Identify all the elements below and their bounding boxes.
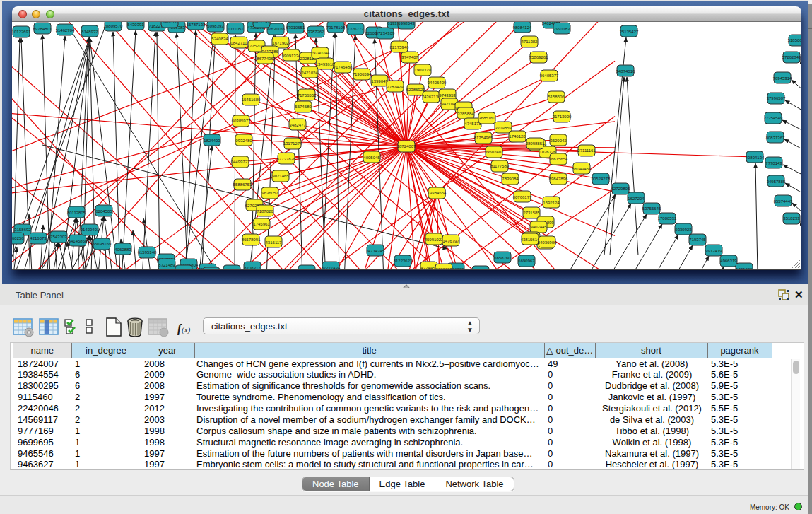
svg-text:67010651: 67010651 (286, 25, 305, 30)
svg-text:1745961: 1745961 (253, 222, 270, 226)
svg-text:8148932: 8148932 (81, 30, 98, 34)
svg-text:79740344: 79740344 (311, 51, 330, 55)
svg-text:5009788: 5009788 (161, 22, 178, 24)
svg-text:94406409: 94406409 (428, 81, 447, 85)
svg-text:1592124: 1592124 (543, 201, 560, 205)
svg-text:00524278: 00524278 (592, 177, 611, 181)
svg-text:60385977: 60385977 (232, 119, 251, 123)
svg-text:87277434: 87277434 (322, 266, 341, 270)
svg-text:81223623: 81223623 (394, 259, 413, 263)
svg-text:80112805: 80112805 (67, 211, 86, 215)
svg-text:18724007: 18724007 (397, 144, 416, 148)
svg-text:5430391: 5430391 (127, 23, 144, 27)
svg-text:99091334: 99091334 (282, 54, 301, 58)
svg-text:73178108: 73178108 (326, 25, 346, 30)
svg-text:1969379: 1969379 (414, 68, 431, 72)
svg-text:55886753: 55886753 (233, 182, 252, 187)
svg-text:2731585: 2731585 (523, 211, 540, 215)
svg-text:0932480: 0932480 (235, 139, 252, 143)
svg-text:82175946: 82175946 (390, 45, 409, 49)
svg-text:15451680: 15451680 (242, 98, 261, 102)
svg-text:1399049: 1399049 (371, 79, 388, 83)
svg-text:6690967: 6690967 (518, 259, 535, 263)
svg-text:4216073: 4216073 (30, 236, 47, 240)
svg-text:37996507: 37996507 (767, 96, 786, 100)
svg-text:6204505: 6204505 (95, 209, 112, 214)
svg-text:8677496: 8677496 (257, 57, 273, 61)
svg-text:7991183: 7991183 (554, 27, 571, 31)
svg-text:56049451: 56049451 (572, 167, 592, 171)
svg-text:4966319: 4966319 (720, 259, 737, 263)
svg-text:34714345: 34714345 (366, 249, 385, 253)
svg-text:10122691: 10122691 (12, 30, 31, 34)
svg-text:01429401: 01429401 (81, 228, 100, 232)
svg-text:6658760: 6658760 (494, 256, 511, 260)
svg-text:81177589: 81177589 (490, 164, 510, 168)
svg-text:65787133: 65787133 (187, 23, 206, 27)
svg-text:61595148: 61595148 (138, 250, 157, 255)
svg-text:13433200: 13433200 (175, 269, 194, 270)
svg-text:81754965: 81754965 (474, 136, 493, 140)
svg-text:5158506: 5158506 (548, 95, 565, 99)
svg-text:4060883: 4060883 (114, 247, 131, 252)
svg-text:71756551: 71756551 (298, 93, 317, 98)
svg-text:3387262: 3387262 (307, 30, 324, 34)
svg-text:17080531: 17080531 (658, 216, 677, 221)
svg-text:(x): (x) (182, 325, 191, 334)
svg-text:62386922: 62386922 (406, 88, 425, 92)
svg-text:9912419: 9912419 (705, 249, 722, 253)
svg-text:51462704: 51462704 (56, 28, 75, 33)
svg-text:27354549: 27354549 (764, 116, 783, 120)
svg-text:0842710: 0842710 (230, 41, 247, 45)
svg-text:7193745: 7193745 (689, 238, 706, 242)
svg-text:1326773: 1326773 (347, 27, 364, 31)
svg-text:76615654: 76615654 (549, 157, 568, 161)
svg-text:5674680: 5674680 (295, 105, 312, 109)
svg-text:4316117: 4316117 (266, 240, 283, 245)
svg-text:9402445: 9402445 (530, 225, 547, 229)
svg-text:53755646: 53755646 (642, 206, 661, 211)
svg-text:4711382: 4711382 (522, 40, 539, 44)
svg-text:96405377: 96405377 (540, 74, 559, 78)
svg-text:69784801: 69784801 (33, 27, 52, 31)
svg-text:5098393: 5098393 (207, 24, 224, 28)
svg-text:1671902: 1671902 (272, 41, 289, 45)
svg-text:31713900: 31713900 (553, 115, 572, 119)
svg-text:7770143: 7770143 (765, 161, 782, 165)
svg-text:3482477: 3482477 (289, 123, 306, 127)
svg-text:00766177: 00766177 (513, 195, 532, 199)
svg-text:34874016: 34874016 (616, 69, 635, 74)
svg-text:87234309: 87234309 (376, 31, 395, 35)
svg-text:3747407: 3747407 (401, 55, 418, 59)
svg-text:2260256: 2260256 (12, 236, 24, 240)
svg-text:7187026: 7187026 (257, 209, 273, 214)
svg-text:76320163: 76320163 (223, 269, 242, 270)
svg-text:84036900: 84036900 (538, 240, 557, 245)
svg-text:69847896: 69847896 (549, 177, 568, 181)
svg-text:7543303: 7543303 (50, 235, 67, 239)
svg-text:98084124: 98084124 (513, 25, 532, 30)
svg-text:9743953: 9743953 (439, 93, 456, 98)
svg-text:54145868: 54145868 (69, 239, 88, 243)
svg-text:13171274: 13171274 (283, 141, 302, 146)
svg-text:3518233: 3518233 (783, 216, 800, 221)
svg-text:28809570: 28809570 (104, 24, 123, 28)
svg-text:25135427: 25135427 (620, 30, 639, 34)
svg-text:34957885: 34957885 (767, 180, 786, 184)
svg-text:3709859: 3709859 (495, 126, 512, 130)
svg-text:9636057: 9636057 (261, 191, 278, 195)
svg-text:45991022: 45991022 (425, 238, 444, 242)
svg-text:85574443: 85574443 (774, 199, 793, 204)
svg-text:62729806: 62729806 (611, 187, 630, 191)
svg-text:51850671: 51850671 (788, 38, 801, 42)
svg-text:49894134: 49894134 (746, 156, 765, 160)
svg-text:1476797: 1476797 (442, 239, 459, 243)
svg-text:28098851: 28098851 (526, 141, 545, 146)
svg-text:04499727: 04499727 (231, 160, 250, 164)
svg-text:6998543: 6998543 (398, 22, 415, 25)
svg-text:55698169: 55698169 (93, 242, 112, 246)
svg-text:39502402: 39502402 (485, 150, 504, 154)
svg-text:0330923: 0330923 (675, 228, 692, 232)
svg-text:8708317: 8708317 (244, 266, 261, 270)
svg-text:7622683: 7622683 (435, 267, 452, 270)
